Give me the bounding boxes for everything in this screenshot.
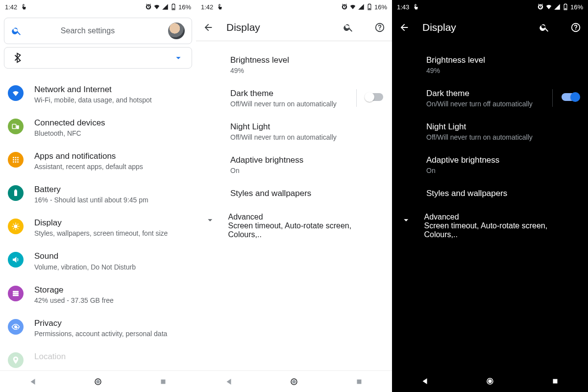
brightness-title: Brightness level bbox=[230, 55, 383, 66]
night-light-sub: Off/Will never turn on automatically bbox=[230, 133, 383, 141]
row-brightness[interactable]: Brightness level 49% bbox=[392, 48, 588, 81]
chevron-down-icon bbox=[173, 52, 184, 63]
row-advanced[interactable]: Advanced Screen timeout, Auto-rotate scr… bbox=[392, 206, 588, 246]
row-brightness[interactable]: Brightness level 49% bbox=[196, 48, 392, 81]
svg-point-12 bbox=[13, 161, 14, 163]
page-title: Display bbox=[226, 22, 260, 33]
row-styles[interactable]: Styles and wallpapers bbox=[196, 181, 392, 206]
row-styles[interactable]: Styles and wallpapers bbox=[392, 181, 588, 206]
svg-point-9 bbox=[13, 159, 14, 161]
svg-point-13 bbox=[15, 161, 17, 163]
touch-icon bbox=[20, 3, 27, 10]
svg-point-17 bbox=[14, 225, 18, 229]
svg-rect-23 bbox=[17, 328, 18, 329]
row-dark-theme[interactable]: Dark theme Off/Will never turn on automa… bbox=[196, 81, 392, 115]
night-light-title: Night Light bbox=[230, 122, 383, 132]
styles-title: Styles and wallpapers bbox=[230, 188, 383, 199]
settings-item-apps[interactable]: Apps and notificationsAssistant, recent … bbox=[0, 144, 196, 177]
account-avatar[interactable] bbox=[168, 23, 185, 39]
nav-back-icon[interactable] bbox=[224, 377, 233, 386]
svg-point-7 bbox=[15, 157, 17, 158]
settings-item-privacy[interactable]: PrivacyPermissions, account activity, pe… bbox=[0, 311, 196, 344]
touch-icon bbox=[216, 3, 223, 10]
quick-toggle-card[interactable] bbox=[4, 47, 192, 69]
search-icon[interactable] bbox=[539, 22, 550, 33]
svg-point-6 bbox=[13, 157, 14, 158]
status-time: 1:43 bbox=[397, 3, 409, 11]
app-bar: Display bbox=[196, 14, 392, 41]
signal-icon bbox=[554, 3, 561, 10]
settings-item-wifi[interactable]: Network and InternetWi-Fi, mobile, data … bbox=[0, 77, 196, 111]
status-bar: 1:42 16% bbox=[196, 0, 392, 14]
item-title: Network and Internet bbox=[34, 84, 152, 95]
svg-rect-18 bbox=[13, 291, 19, 292]
row-night-light[interactable]: Night Light Off/Will never turn on autom… bbox=[392, 115, 588, 148]
nav-recents-icon[interactable] bbox=[551, 377, 560, 386]
advanced-title: Advanced bbox=[424, 213, 579, 221]
row-adaptive[interactable]: Adaptive brightness On bbox=[392, 148, 588, 181]
nav-bar bbox=[0, 370, 196, 392]
search-placeholder: Search settings bbox=[16, 26, 159, 35]
nav-back-icon[interactable] bbox=[28, 377, 37, 386]
search-icon[interactable] bbox=[343, 22, 354, 33]
settings-item-display[interactable]: DisplayStyles, wallpapers, screen timeou… bbox=[0, 211, 196, 244]
chevron-down-icon bbox=[401, 215, 411, 225]
item-title: Location bbox=[34, 351, 66, 362]
styles-title: Styles and wallpapers bbox=[426, 188, 579, 199]
back-icon[interactable] bbox=[399, 22, 410, 33]
help-icon[interactable] bbox=[570, 22, 581, 33]
help-icon[interactable] bbox=[374, 22, 385, 33]
row-night-light[interactable]: Night Light Off/Will never turn on autom… bbox=[196, 115, 392, 148]
signal-icon bbox=[162, 3, 169, 10]
nav-home-icon[interactable] bbox=[290, 377, 298, 386]
settings-item-sound[interactable]: SoundVolume, vibration, Do Not Disturb bbox=[0, 244, 196, 277]
night-light-title: Night Light bbox=[426, 122, 579, 132]
bluetooth-off-icon bbox=[12, 52, 23, 63]
nav-home-icon[interactable] bbox=[486, 377, 494, 386]
wifi-icon bbox=[349, 3, 356, 10]
svg-point-14 bbox=[17, 161, 19, 163]
dark-theme-title: Dark theme bbox=[230, 88, 347, 99]
nav-home-icon[interactable] bbox=[94, 377, 102, 386]
item-title: Sound bbox=[34, 251, 136, 262]
svg-rect-4 bbox=[12, 124, 16, 129]
svg-rect-5 bbox=[17, 125, 19, 129]
adaptive-title: Adaptive brightness bbox=[426, 155, 579, 166]
display-light-pane: 1:42 16% Display Brightness level 49% Da… bbox=[196, 0, 392, 392]
advanced-title: Advanced bbox=[228, 213, 383, 221]
row-dark-theme[interactable]: Dark theme On/Will never turn off automa… bbox=[392, 81, 588, 115]
nav-back-icon[interactable] bbox=[420, 377, 429, 386]
settings-item-battery[interactable]: Battery16% - Should last until about 9:4… bbox=[0, 177, 196, 211]
settings-item-storage[interactable]: Storage42% used - 37.35 GB free bbox=[0, 278, 196, 311]
status-time: 1:42 bbox=[201, 3, 213, 11]
item-title: Privacy bbox=[34, 318, 167, 329]
item-title: Display bbox=[34, 218, 168, 228]
svg-rect-15 bbox=[14, 190, 17, 196]
battery-pct: 16% bbox=[570, 3, 583, 11]
devices-icon bbox=[8, 119, 24, 134]
wifi-icon bbox=[545, 3, 552, 10]
chevron-down-icon bbox=[205, 215, 215, 225]
adaptive-sub: On bbox=[426, 167, 579, 174]
alarm-icon bbox=[341, 3, 348, 10]
row-adaptive[interactable]: Adaptive brightness On bbox=[196, 148, 392, 181]
adaptive-sub: On bbox=[230, 167, 383, 174]
settings-item-devices[interactable]: Connected devicesBluetooth, NFC bbox=[0, 111, 196, 144]
search-settings[interactable]: Search settings bbox=[4, 18, 192, 44]
storage-icon bbox=[8, 286, 24, 301]
dark-theme-toggle[interactable] bbox=[562, 93, 579, 101]
brightness-title: Brightness level bbox=[426, 55, 579, 66]
nav-recents-icon[interactable] bbox=[355, 377, 364, 386]
row-advanced[interactable]: Advanced Screen timeout, Auto-rotate scr… bbox=[196, 206, 392, 246]
advanced-sub: Screen timeout, Auto-rotate screen, Colo… bbox=[424, 221, 579, 239]
nav-recents-icon[interactable] bbox=[159, 377, 168, 386]
back-icon[interactable] bbox=[203, 22, 214, 33]
status-time: 1:42 bbox=[5, 3, 17, 11]
display-dark-pane: 1:43 16% Display Brightness level 49% Da… bbox=[392, 0, 588, 392]
item-sub: 42% used - 37.35 GB free bbox=[34, 296, 114, 304]
item-title: Apps and notifications bbox=[34, 151, 143, 162]
dark-theme-toggle[interactable] bbox=[366, 93, 383, 101]
item-sub: Assistant, recent apps, default apps bbox=[34, 163, 143, 171]
item-sub: Styles, wallpapers, screen timeout, font… bbox=[34, 229, 168, 237]
adaptive-title: Adaptive brightness bbox=[230, 155, 383, 166]
